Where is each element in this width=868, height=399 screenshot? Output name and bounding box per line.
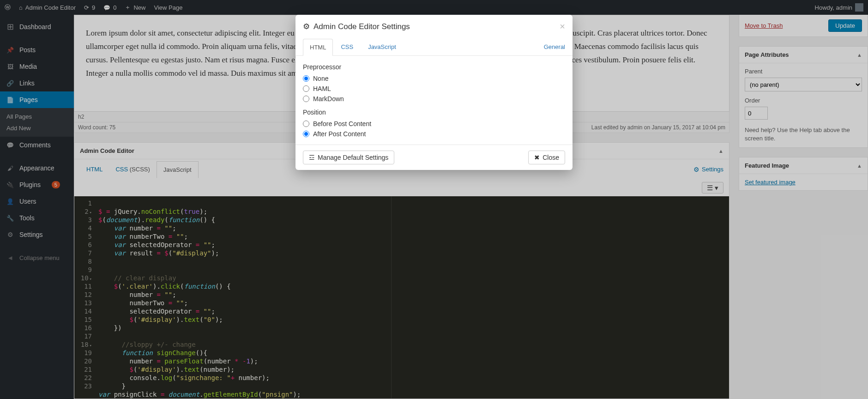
- pos-option-before[interactable]: Before Post Content: [303, 119, 565, 129]
- position-label: Position: [303, 109, 565, 116]
- pp-option-none[interactable]: None: [303, 73, 565, 84]
- modal-body: Preprocessor None HAML MarkDown Position…: [295, 56, 573, 145]
- pos-radio-after[interactable]: [303, 131, 309, 137]
- manage-defaults-button[interactable]: ☲ Manage Default Settings: [303, 151, 394, 164]
- modal-tab-html[interactable]: HTML: [303, 39, 333, 56]
- close-button[interactable]: ✖ Close: [528, 151, 565, 164]
- pp-option-haml[interactable]: HAML: [303, 84, 565, 94]
- pp-radio-none[interactable]: [303, 75, 309, 82]
- close-icon: ✖: [534, 154, 540, 161]
- modal-tab-js[interactable]: JavaScript: [361, 38, 403, 55]
- modal-close-x[interactable]: ×: [560, 21, 565, 32]
- sliders-icon: ⚙: [303, 22, 310, 31]
- modal-tab-css[interactable]: CSS: [334, 38, 360, 55]
- pp-radio-markdown[interactable]: [303, 96, 309, 102]
- modal-footer: ☲ Manage Default Settings ✖ Close: [295, 145, 573, 170]
- modal-title: Admin Code Editor Settings: [313, 22, 410, 31]
- sliders-icon: ☲: [309, 154, 315, 161]
- pp-option-markdown[interactable]: MarkDown: [303, 94, 565, 104]
- pos-option-after[interactable]: After Post Content: [303, 129, 565, 139]
- modal-header: ⚙ Admin Code Editor Settings ×: [295, 15, 573, 38]
- pp-radio-haml[interactable]: [303, 85, 309, 92]
- modal-tab-general[interactable]: General: [544, 39, 565, 55]
- ace-settings-modal: ⚙ Admin Code Editor Settings × HTML CSS …: [295, 15, 573, 170]
- preprocessor-label: Preprocessor: [303, 63, 565, 71]
- pos-radio-before[interactable]: [303, 121, 309, 127]
- modal-tab-row: HTML CSS JavaScript General: [295, 38, 573, 56]
